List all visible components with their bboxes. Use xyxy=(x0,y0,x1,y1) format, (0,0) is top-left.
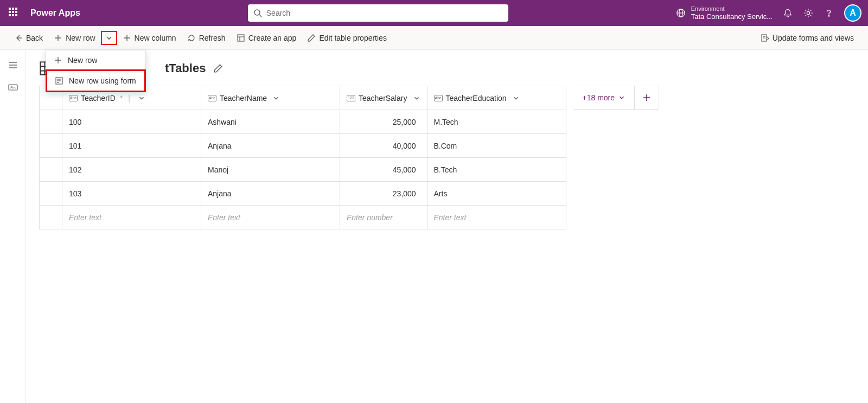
create-app-button[interactable]: Create an app xyxy=(231,30,302,46)
table-row[interactable]: 101 Anjana 40,000 B.Com xyxy=(40,134,566,158)
settings-icon[interactable] xyxy=(803,8,814,18)
svg-point-6 xyxy=(828,16,829,16)
cell-teacher-salary[interactable]: 45,000 xyxy=(340,158,427,182)
new-row-button[interactable]: New row xyxy=(48,30,100,46)
column-teacher-education-label: TeacherEducation xyxy=(446,94,507,103)
table-row[interactable]: 103 Anjana 23,000 Arts xyxy=(40,182,566,206)
app-header: Power Apps Environment Tata Consultancy … xyxy=(0,0,868,26)
cell-teacher-salary[interactable]: 23,000 xyxy=(340,182,427,206)
chevron-down-icon[interactable] xyxy=(272,94,280,102)
placeholder-teacher-education[interactable]: Enter text xyxy=(427,206,566,229)
column-header-teacher-education[interactable]: Abc TeacherEducation xyxy=(427,86,566,110)
chevron-down-icon xyxy=(105,34,113,42)
new-row-dropdown-menu: New row New row using form xyxy=(46,50,146,92)
update-forms-label: Update forms and views xyxy=(773,34,854,42)
cell-teacher-name[interactable]: Ashwani xyxy=(201,110,340,134)
environment-name: Tata Consultancy Servic... xyxy=(691,12,773,21)
text-type-icon: Abc xyxy=(69,95,78,101)
more-columns-label: +18 more xyxy=(583,93,615,102)
column-header-teacher-name[interactable]: Abc TeacherName xyxy=(201,86,340,110)
app-title: Power Apps xyxy=(30,8,80,18)
svg-rect-7 xyxy=(238,35,244,41)
column-header-teacher-salary[interactable]: 123 TeacherSalary xyxy=(340,86,427,110)
globe-icon xyxy=(676,8,686,18)
new-column-button[interactable]: New column xyxy=(117,30,182,46)
svg-line-1 xyxy=(259,15,261,17)
content-area: New row New row using form tTables A xyxy=(26,50,868,403)
placeholder-teacher-salary[interactable]: Enter number xyxy=(340,206,427,229)
data-table: Abc TeacherID* | Abc TeacherName xyxy=(39,86,566,229)
dropdown-new-row-form-label: New row using form xyxy=(69,76,136,85)
cell-teacher-id[interactable]: 101 xyxy=(62,134,201,158)
text-field-icon[interactable]: Abc xyxy=(8,82,18,93)
help-icon[interactable] xyxy=(824,8,834,18)
edit-table-button[interactable]: Edit table properties xyxy=(302,30,392,46)
edit-title-icon[interactable] xyxy=(213,63,223,73)
cell-teacher-name[interactable]: Anjana xyxy=(201,182,340,206)
new-row-label: New row xyxy=(66,34,95,42)
new-row-dropdown-highlighted xyxy=(101,31,117,45)
refresh-label: Refresh xyxy=(199,34,226,42)
cell-teacher-education[interactable]: B.Tech xyxy=(427,158,566,182)
dropdown-new-row-label: New row xyxy=(68,56,97,65)
cell-teacher-education[interactable]: B.Com xyxy=(427,134,566,158)
chevron-down-icon[interactable] xyxy=(413,94,420,102)
placeholder-teacher-id[interactable]: Enter text xyxy=(62,206,201,229)
global-search[interactable] xyxy=(248,4,508,22)
new-column-label: New column xyxy=(135,34,176,42)
create-app-label: Create an app xyxy=(248,34,297,42)
update-forms-button[interactable]: Update forms and views xyxy=(755,30,859,46)
table-row[interactable]: 102 Manoj 45,000 B.Tech xyxy=(40,158,566,182)
add-column-button[interactable] xyxy=(635,86,659,109)
cell-teacher-education[interactable]: M.Tech xyxy=(427,110,566,134)
notifications-icon[interactable] xyxy=(782,8,793,18)
text-type-icon: Abc xyxy=(208,95,216,101)
new-row-dropdown-toggle[interactable] xyxy=(105,34,113,42)
column-teacher-salary-label: TeacherSalary xyxy=(359,94,407,103)
number-type-icon: 123 xyxy=(347,95,355,101)
svg-point-0 xyxy=(254,10,260,15)
svg-text:Abc: Abc xyxy=(10,86,16,89)
cell-teacher-name[interactable]: Manoj xyxy=(201,158,340,182)
page-title: tTables xyxy=(165,61,206,75)
chevron-down-icon xyxy=(618,94,626,101)
cell-teacher-education[interactable]: Arts xyxy=(427,182,566,206)
svg-point-5 xyxy=(807,11,809,14)
dropdown-new-row-form-highlighted[interactable]: New row using form xyxy=(46,69,146,92)
more-columns-button[interactable]: +18 more xyxy=(574,86,635,109)
search-icon xyxy=(253,9,262,17)
environment-label: Environment xyxy=(691,5,773,12)
new-row-placeholder[interactable]: Enter text Enter text Enter number Enter… xyxy=(40,206,566,229)
back-button[interactable]: Back xyxy=(9,30,48,46)
chevron-down-icon[interactable] xyxy=(512,94,520,102)
column-teacher-id-label: TeacherID xyxy=(81,94,116,103)
placeholder-teacher-name[interactable]: Enter text xyxy=(201,206,340,229)
cell-teacher-id[interactable]: 102 xyxy=(62,158,201,182)
refresh-button[interactable]: Refresh xyxy=(182,30,231,46)
column-teacher-name-label: TeacherName xyxy=(220,94,267,103)
dropdown-new-row[interactable]: New row xyxy=(46,50,145,70)
user-avatar[interactable]: A xyxy=(844,4,861,22)
app-launcher-icon[interactable] xyxy=(9,8,20,18)
chevron-down-icon[interactable] xyxy=(138,94,145,102)
environment-picker[interactable]: Environment Tata Consultancy Servic... xyxy=(676,5,773,21)
text-type-icon: Abc xyxy=(434,95,443,101)
cell-teacher-salary[interactable]: 40,000 xyxy=(340,134,427,158)
cell-teacher-id[interactable]: 103 xyxy=(62,182,201,206)
hamburger-icon[interactable] xyxy=(8,60,18,71)
edit-table-label: Edit table properties xyxy=(319,34,387,42)
cell-teacher-id[interactable]: 100 xyxy=(62,110,201,134)
back-label: Back xyxy=(26,34,43,42)
cell-teacher-name[interactable]: Anjana xyxy=(201,134,340,158)
command-bar: Back New row New column Refresh Create a… xyxy=(0,26,868,50)
cell-teacher-salary[interactable]: 25,000 xyxy=(340,110,427,134)
left-rail: Abc xyxy=(0,50,26,403)
table-row[interactable]: 100 Ashwani 25,000 M.Tech xyxy=(40,110,566,134)
search-input[interactable] xyxy=(266,9,503,17)
